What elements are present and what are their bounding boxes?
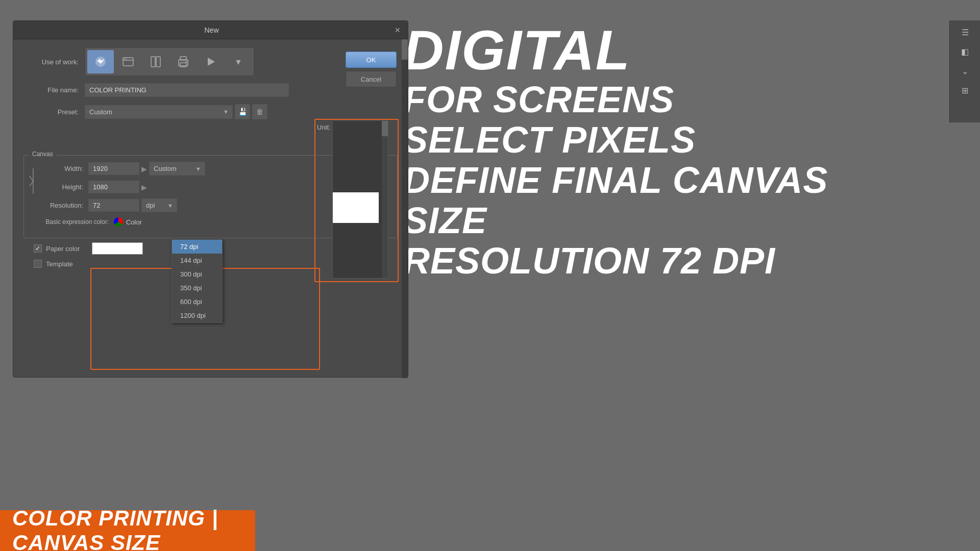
use-of-work-label: Use of work: — [23, 58, 85, 66]
preview-scrollbar[interactable] — [382, 121, 388, 278]
svg-point-5 — [126, 59, 127, 60]
paper-color-swatch[interactable] — [92, 242, 143, 255]
use-work-digital-icon[interactable] — [87, 50, 114, 73]
height-input[interactable] — [88, 181, 139, 193]
paper-color-checkbox[interactable] — [34, 244, 42, 253]
width-input[interactable] — [88, 162, 139, 175]
menu-icon[interactable]: ☰ — [956, 24, 974, 40]
preview-white-box — [333, 192, 379, 223]
res-option-72[interactable]: 72 dpi — [172, 240, 222, 254]
headline-define-canvas: DEFINE FINAL CANVAS SIZE — [403, 160, 919, 241]
svg-rect-7 — [156, 57, 160, 67]
custom-dropdown[interactable]: Custom — [149, 162, 205, 176]
bottom-bar: COLOR PRINTING | CANVAS SIZE — [0, 510, 255, 551]
dialog-scrollbar[interactable] — [402, 39, 408, 378]
unit-label: Unit: — [317, 123, 331, 131]
preset-delete-icon[interactable]: 🗑 — [252, 104, 267, 119]
preview-scroll-thumb — [382, 121, 388, 136]
res-option-1200[interactable]: 1200 dpi — [172, 309, 222, 322]
grid-icon[interactable]: ⊞ — [956, 83, 974, 98]
use-of-work-row: Use of work: — [23, 47, 398, 76]
file-name-input[interactable] — [85, 83, 289, 97]
template-checkbox[interactable] — [34, 260, 42, 268]
width-label: Width: — [42, 165, 88, 172]
dialog-title: New — [30, 26, 394, 34]
res-option-600[interactable]: 600 dpi — [172, 295, 222, 309]
paper-color-label: Paper color — [46, 245, 80, 253]
resolution-label: Resolution: — [42, 202, 88, 209]
resolution-dropdown-open: 72 dpi 144 dpi 300 dpi 350 dpi 600 dpi 1… — [172, 239, 223, 323]
ok-button[interactable]: OK — [346, 52, 397, 68]
width-arrow-btn[interactable]: ▶ — [139, 165, 149, 173]
preset-save-icon[interactable]: 💾 — [235, 104, 250, 119]
preview-panel — [332, 120, 388, 279]
svg-rect-10 — [180, 63, 186, 67]
height-arrow-btn[interactable]: ▶ — [139, 183, 149, 191]
res-option-144[interactable]: 144 dpi — [172, 254, 222, 267]
right-text-panel: DIGITAL FOR SCREENS SELECT PIXELS DEFINE… — [403, 20, 919, 281]
canvas-legend: Canvas — [29, 151, 56, 158]
res-option-350[interactable]: 350 dpi — [172, 281, 222, 295]
resolution-dropdown-wrapper: dpi ▼ — [141, 198, 177, 212]
svg-point-4 — [124, 59, 125, 60]
btn-group: OK Cancel — [346, 52, 397, 87]
headline-for-screens: FOR SCREENS — [403, 80, 919, 120]
close-button[interactable]: ✕ — [394, 26, 402, 34]
file-name-row: File name: — [23, 83, 398, 97]
template-label: Template — [46, 260, 73, 268]
file-name-label: File name: — [23, 86, 85, 94]
svg-text:▼: ▼ — [234, 58, 242, 66]
use-of-work-icons: ▼ — [85, 47, 254, 76]
preset-dropdown[interactable]: Custom — [85, 105, 233, 119]
new-dialog: New ✕ Use of work: — [13, 20, 408, 378]
headline-select-pixels: SELECT PIXELS — [403, 120, 919, 160]
use-work-web-icon[interactable] — [115, 50, 141, 73]
color-circle-icon — [114, 217, 123, 227]
cancel-button[interactable]: Cancel — [346, 71, 397, 87]
resolution-input[interactable] — [88, 199, 139, 212]
preset-dropdown-wrapper: Custom ▼ — [85, 105, 233, 119]
canvas-link-icon — [28, 166, 38, 196]
use-work-animation-icon[interactable] — [198, 50, 224, 73]
headline-resolution: RESOLUTION 72 DPI — [403, 241, 919, 281]
bottom-bar-text: COLOR PRINTING | CANVAS SIZE — [12, 506, 243, 551]
custom-dropdown-wrapper: Custom ▼ — [149, 162, 205, 176]
svg-marker-12 — [208, 58, 215, 66]
svg-point-11 — [186, 61, 187, 63]
chevron-down-icon[interactable]: ⌄ — [956, 63, 974, 79]
layers-icon[interactable]: ◧ — [956, 44, 974, 59]
use-work-more-icon[interactable]: ▼ — [225, 50, 252, 73]
resolution-unit-dropdown[interactable]: dpi — [141, 198, 177, 212]
height-label: Height: — [42, 183, 88, 191]
basic-color-label: Basic expression color: — [42, 218, 114, 226]
basic-color-value: Color — [126, 218, 142, 226]
use-work-book-icon[interactable] — [142, 50, 169, 73]
svg-point-1 — [99, 60, 102, 63]
preset-row: Preset: Custom ▼ 💾 🗑 — [23, 104, 398, 119]
use-work-print-icon[interactable] — [170, 50, 197, 73]
dialog-titlebar: New ✕ — [13, 21, 408, 39]
preset-label: Preset: — [23, 108, 85, 116]
res-option-300[interactable]: 300 dpi — [172, 267, 222, 281]
dialog-scroll-thumb — [402, 39, 408, 60]
headline-digital: DIGITAL — [403, 20, 919, 80]
right-sidebar: ☰ ◧ ⌄ ⊞ — [949, 20, 980, 122]
svg-rect-6 — [151, 57, 155, 67]
